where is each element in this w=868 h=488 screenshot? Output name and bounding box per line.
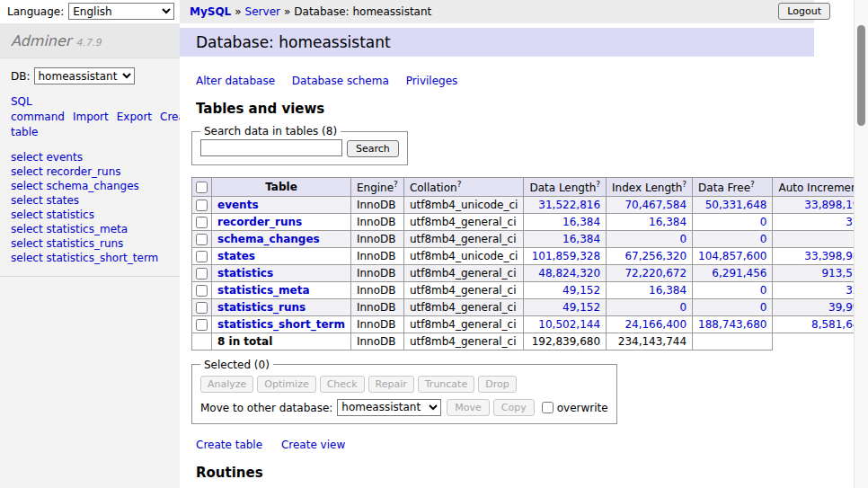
row-checkbox[interactable] xyxy=(196,200,208,211)
index-length-link[interactable]: 70,467,584 xyxy=(624,199,686,211)
data-length-link[interactable]: 10,502,144 xyxy=(538,318,600,331)
breadcrumb-link-mysql[interactable]: MySQL xyxy=(190,5,231,18)
vertical-scrollbar[interactable] xyxy=(854,0,868,488)
drop-button[interactable]: Drop xyxy=(478,376,516,393)
index-length-link[interactable]: 72,220,672 xyxy=(624,267,686,279)
sidebar-link-select-statistics[interactable]: select statistics xyxy=(11,208,169,222)
move-button[interactable]: Move xyxy=(447,399,490,416)
index-length-link[interactable]: 16,384 xyxy=(649,216,686,228)
logout-button[interactable]: Logout xyxy=(778,3,830,20)
row-checkbox[interactable] xyxy=(196,319,208,331)
help-marker: ? xyxy=(750,180,755,189)
scrollbar-thumb[interactable] xyxy=(857,25,865,126)
analyze-button[interactable]: Analyze xyxy=(200,376,253,393)
version-label: 4.7.9 xyxy=(75,37,101,49)
create-table-link[interactable]: Create table xyxy=(196,439,262,451)
brand-header: Adminer4.7.9 xyxy=(0,23,180,58)
engine-cell: InnoDB xyxy=(350,213,403,230)
data-length-link[interactable]: 48,824,320 xyxy=(538,267,600,279)
overwrite-checkbox[interactable] xyxy=(542,402,554,413)
row-checkbox[interactable] xyxy=(196,285,208,297)
sidebar-link-select-events[interactable]: select events xyxy=(11,150,169,164)
sidebar-link-select-statistics-runs[interactable]: select statistics_runs xyxy=(11,236,169,251)
data-length-link[interactable]: 16,384 xyxy=(562,233,600,245)
data-length-link[interactable]: 49,152 xyxy=(562,301,600,314)
breadcrumb-link-server[interactable]: Server xyxy=(245,5,280,18)
nav-link-database-schema[interactable]: Database schema xyxy=(292,75,389,87)
data-length-link[interactable]: 16,384 xyxy=(562,216,600,228)
row-checkbox[interactable] xyxy=(196,234,208,245)
sidebar-link-select-schema-changes[interactable]: select schema_changes xyxy=(11,179,169,193)
data-length-link[interactable]: 31,522,816 xyxy=(538,199,600,211)
top-bar: Language:English MySQL»Server»Database: … xyxy=(0,0,854,23)
routines-heading: Routines xyxy=(196,465,854,481)
engine-cell: InnoDB xyxy=(350,264,403,281)
row-checkbox[interactable] xyxy=(196,251,208,262)
total-data-free xyxy=(693,333,773,350)
repair-button[interactable]: Repair xyxy=(368,376,414,393)
table-link[interactable]: schema_changes xyxy=(217,233,320,245)
sidebar-link-select-recorder-runs[interactable]: select recorder_runs xyxy=(11,164,169,179)
search-input[interactable] xyxy=(200,139,342,156)
row-checkbox[interactable] xyxy=(196,268,208,279)
data-free-link[interactable]: 0 xyxy=(760,233,767,245)
data-free-link[interactable]: 188,743,680 xyxy=(698,318,766,331)
table-row: statistics_meta InnoDB utf8mb4_general_c… xyxy=(192,281,868,298)
db-select[interactable]: homeassistant xyxy=(34,67,135,84)
table-link[interactable]: statistics_runs xyxy=(217,301,306,314)
row-checkbox[interactable] xyxy=(196,302,208,314)
data-length-link[interactable]: 49,152 xyxy=(562,284,600,297)
index-length-link[interactable]: 24,166,400 xyxy=(624,318,686,331)
index-length-link[interactable]: 67,256,320 xyxy=(624,250,686,262)
select-all-checkbox[interactable] xyxy=(196,182,208,193)
data-free-link[interactable]: 6,291,456 xyxy=(712,267,766,279)
data-free-link[interactable]: 50,331,648 xyxy=(705,199,767,211)
table-row: statistics_short_term InnoDB utf8mb4_gen… xyxy=(192,315,868,333)
row-checkbox[interactable] xyxy=(196,217,208,228)
create-view-link[interactable]: Create view xyxy=(281,439,345,451)
sidebar-link-select-statistics-short-term[interactable]: select statistics_short_term xyxy=(11,251,169,265)
data-free-link[interactable]: 104,857,600 xyxy=(698,250,766,262)
table-row: events InnoDB utf8mb4_unicode_ci 31,522,… xyxy=(192,196,868,213)
language-label: Language: xyxy=(7,5,64,18)
page-title: Database: homeassistant xyxy=(180,28,814,57)
sidebar-link-export[interactable]: Export xyxy=(117,111,152,123)
sidebar-link-sql-command[interactable]: SQL command xyxy=(11,95,65,123)
table-link[interactable]: states xyxy=(217,250,255,262)
nav-link-alter-database[interactable]: Alter database xyxy=(196,75,275,87)
index-length-link[interactable]: 0 xyxy=(679,301,686,314)
column-header-collation: Collation? xyxy=(403,177,524,196)
index-length-link[interactable]: 16,384 xyxy=(649,284,686,297)
help-marker: ? xyxy=(394,180,398,189)
table-link[interactable]: statistics xyxy=(217,267,273,279)
help-marker: ? xyxy=(596,180,600,189)
selected-legend: Selected (0) xyxy=(200,359,273,371)
table-link[interactable]: statistics_short_term xyxy=(217,318,345,331)
create-links: Create table Create view xyxy=(196,439,854,451)
engine-cell: InnoDB xyxy=(350,298,403,315)
sidebar-link-select-states[interactable]: select states xyxy=(11,193,169,208)
truncate-button[interactable]: Truncate xyxy=(418,376,474,393)
data-free-link[interactable]: 0 xyxy=(760,301,767,314)
sidebar-link-select-statistics-meta[interactable]: select statistics_meta xyxy=(11,222,169,236)
language-select[interactable]: English xyxy=(68,3,174,20)
search-button[interactable]: Search xyxy=(347,140,399,157)
sidebar-link-import[interactable]: Import xyxy=(73,111,109,123)
optimize-button[interactable]: Optimize xyxy=(257,376,315,393)
collation-cell: utf8mb4_general_ci xyxy=(403,213,524,230)
overwrite-label[interactable]: overwrite xyxy=(557,401,608,413)
table-link[interactable]: recorder_runs xyxy=(217,216,302,228)
check-button[interactable]: Check xyxy=(320,376,365,393)
engine-cell: InnoDB xyxy=(350,196,403,213)
table-link[interactable]: events xyxy=(217,199,259,211)
table-link[interactable]: statistics_meta xyxy=(217,284,310,297)
copy-button[interactable]: Copy xyxy=(493,399,535,416)
adminer-logo[interactable]: Adminer xyxy=(11,32,71,49)
data-free-link[interactable]: 0 xyxy=(760,216,767,228)
nav-link-privileges[interactable]: Privileges xyxy=(406,75,458,87)
index-length-link[interactable]: 0 xyxy=(679,233,686,245)
data-length-link[interactable]: 101,859,328 xyxy=(532,250,600,262)
data-free-link[interactable]: 0 xyxy=(760,284,767,297)
move-db-select[interactable]: homeassistant xyxy=(337,399,441,416)
move-row: Move to other database:homeassistantMove… xyxy=(200,399,608,417)
